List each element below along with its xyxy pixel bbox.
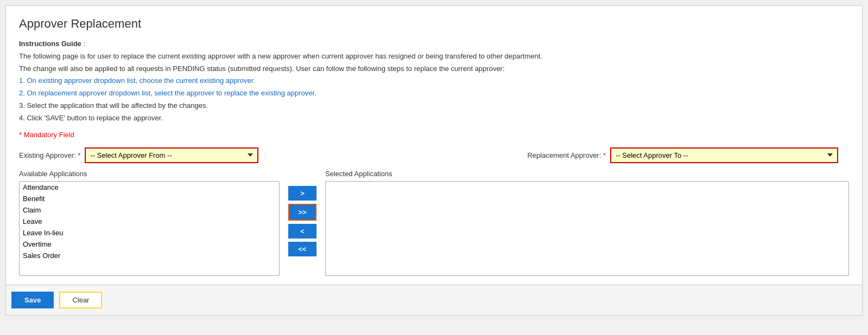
list-item[interactable]: Claim: [20, 204, 279, 216]
page-title: Approver Replacement: [19, 17, 849, 31]
instruction-line1: The following page is for user to replac…: [19, 51, 849, 62]
instructions-block: Instructions Guide : The following page …: [19, 38, 849, 124]
move-all-button[interactable]: >>: [288, 204, 316, 221]
move-one-button[interactable]: >: [288, 186, 316, 201]
instructions-heading: Instructions Guide: [19, 40, 81, 48]
approver-selects-row: Existing Approver: * -- Select Approver …: [19, 147, 849, 163]
remove-one-button[interactable]: <: [288, 224, 316, 239]
clear-button[interactable]: Clear: [59, 292, 102, 308]
list-item[interactable]: Overtime: [20, 239, 279, 250]
existing-approver-group: Existing Approver: * -- Select Approver …: [19, 147, 258, 163]
list-item[interactable]: Leave In-lieu: [20, 227, 279, 239]
instruction-step1: 1. On existing approver dropdown list, c…: [19, 75, 849, 87]
selected-applications-list[interactable]: [325, 181, 849, 276]
available-applications-container: Available Applications Attendance Benefi…: [19, 170, 280, 276]
mandatory-field-label: * Mandatory Field: [19, 131, 849, 139]
available-applications-list[interactable]: Attendance Benefit Claim Leave Leave In-…: [19, 181, 280, 276]
existing-approver-label: Existing Approver: *: [19, 151, 80, 159]
save-button[interactable]: Save: [11, 292, 54, 308]
main-container: Approver Replacement Instructions Guide …: [5, 5, 863, 315]
replacement-approver-label: Replacement Approver: *: [527, 151, 606, 159]
remove-all-button[interactable]: <<: [288, 242, 316, 256]
list-item[interactable]: Sales Order: [20, 250, 279, 261]
replacement-approver-select[interactable]: -- Select Approver To --: [610, 147, 838, 163]
selected-applications-container: Selected Applications: [325, 170, 849, 276]
transfer-buttons-group: > >> < <<: [288, 186, 316, 256]
list-item[interactable]: Benefit: [20, 193, 279, 204]
footer-bar: Save Clear: [6, 285, 862, 315]
instruction-step2: 2. On replacement approver dropdown list…: [19, 88, 849, 99]
list-item[interactable]: Leave: [20, 216, 279, 227]
replacement-approver-group: Replacement Approver: * -- Select Approv…: [527, 147, 838, 163]
list-item[interactable]: Attendance: [20, 182, 279, 193]
instruction-step3: 3. Select the application that will be a…: [19, 100, 849, 112]
selected-applications-label: Selected Applications: [325, 170, 849, 178]
instruction-line2: The change will also be applied to all r…: [19, 63, 849, 75]
transfer-section: Available Applications Attendance Benefi…: [19, 170, 849, 276]
available-applications-label: Available Applications: [19, 170, 280, 178]
existing-approver-select[interactable]: -- Select Approver From --: [85, 147, 258, 163]
instruction-step4: 4. Click 'SAVE' button to replace the ap…: [19, 113, 849, 124]
